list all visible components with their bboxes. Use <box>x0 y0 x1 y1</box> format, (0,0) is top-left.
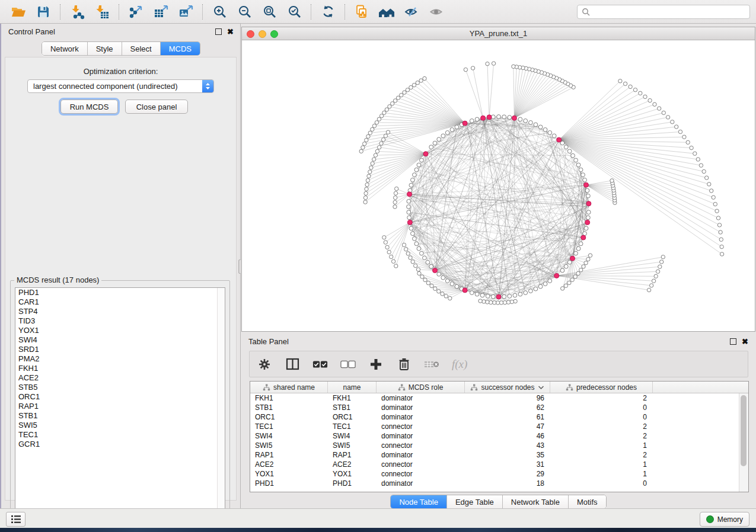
graph-node[interactable] <box>518 117 522 121</box>
refresh-button[interactable] <box>315 2 340 21</box>
graph-node[interactable] <box>693 152 697 155</box>
mcds-result-item[interactable]: STP4 <box>15 307 225 316</box>
graph-dominator-node[interactable] <box>554 273 559 278</box>
import-table-button[interactable] <box>90 2 114 21</box>
graph-node[interactable] <box>414 168 419 172</box>
graph-node[interactable] <box>437 272 441 276</box>
mcds-result-item[interactable]: SWI5 <box>15 421 225 430</box>
graph-node[interactable] <box>705 176 709 180</box>
graph-node[interactable] <box>719 238 723 241</box>
graph-node[interactable] <box>381 138 385 142</box>
graph-node[interactable] <box>548 279 552 283</box>
graph-node[interactable] <box>560 141 564 145</box>
mcds-result-list[interactable]: PHD1CAR1STP4TID3YOX1SWI4SRD1PMA2FKH1ACE2… <box>15 287 225 517</box>
import-network-button[interactable] <box>65 2 90 21</box>
graph-dominator-node[interactable] <box>433 268 438 273</box>
graph-node[interactable] <box>407 205 411 209</box>
graph-node[interactable] <box>379 114 383 118</box>
graph-node[interactable] <box>416 81 419 85</box>
graph-node[interactable] <box>713 202 717 206</box>
table-row[interactable]: STB1STB1dominator620 <box>250 403 748 412</box>
graph-node[interactable] <box>409 183 413 187</box>
graph-node[interactable] <box>445 279 449 283</box>
graph-node[interactable] <box>470 119 474 123</box>
graph-node[interactable] <box>576 271 580 275</box>
graph-node[interactable] <box>411 232 415 236</box>
graph-dominator-node[interactable] <box>584 182 589 187</box>
mcds-result-item[interactable]: YOX1 <box>15 326 225 335</box>
table-row[interactable]: ACE2ACE2connector311 <box>250 460 748 469</box>
graph-node[interactable] <box>576 163 580 167</box>
graph-node[interactable] <box>375 149 379 153</box>
column-header-mcds-role[interactable]: MCDS role <box>377 382 465 393</box>
graph-node[interactable] <box>423 278 427 281</box>
mcds-result-item[interactable]: RAP1 <box>15 402 225 411</box>
graph-node[interactable] <box>409 85 413 89</box>
mcds-result-item[interactable]: STB1 <box>15 411 225 421</box>
graph-node[interactable] <box>411 178 415 182</box>
graph-node[interactable] <box>369 166 373 169</box>
graph-node[interactable] <box>441 292 444 296</box>
graph-node[interactable] <box>426 281 430 285</box>
graph-node[interactable] <box>666 116 669 119</box>
graph-dominator-node[interactable] <box>423 152 428 156</box>
table-settings-button[interactable] <box>257 357 272 372</box>
mcds-result-item[interactable]: ORC1 <box>15 392 225 402</box>
graph-node[interactable] <box>366 178 369 182</box>
graph-node[interactable] <box>412 83 416 86</box>
add-column-button[interactable] <box>368 357 384 372</box>
graph-node[interactable] <box>385 245 389 249</box>
graph-node[interactable] <box>448 296 452 300</box>
graph-node[interactable] <box>493 301 496 305</box>
mcds-result-item[interactable]: TID3 <box>15 316 225 326</box>
toggle-columns-button[interactable] <box>285 357 300 372</box>
graph-node[interactable] <box>583 178 587 182</box>
graph-node[interactable] <box>359 149 363 153</box>
graph-node[interactable] <box>437 290 441 293</box>
close-panel-icon[interactable]: ✖ <box>227 29 234 34</box>
graph-node[interactable] <box>633 88 637 92</box>
mcds-result-item[interactable]: SRD1 <box>15 345 225 354</box>
table-row[interactable]: FKH1FKH1dominator962 <box>250 393 748 403</box>
graph-node[interactable] <box>658 107 661 110</box>
graph-node[interactable] <box>384 134 387 137</box>
graph-node[interactable] <box>377 146 381 149</box>
graph-node[interactable] <box>567 260 572 264</box>
graph-node[interactable] <box>382 236 386 239</box>
graph-node[interactable] <box>364 191 368 195</box>
graph-node[interactable] <box>543 128 547 132</box>
graph-node[interactable] <box>413 173 417 177</box>
graph-node[interactable] <box>409 256 412 259</box>
graph-node[interactable] <box>543 282 547 286</box>
graph-node[interactable] <box>455 284 459 289</box>
graph-node[interactable] <box>409 226 413 230</box>
select-all-button[interactable] <box>312 357 328 372</box>
mcds-result-item[interactable]: CAR1 <box>15 297 225 307</box>
zoom-fit-button[interactable] <box>257 2 282 21</box>
graph-node[interactable] <box>538 125 543 129</box>
graph-node[interactable] <box>538 284 543 289</box>
graph-node[interactable] <box>653 102 656 106</box>
table-row[interactable]: SWI5SWI5connector431 <box>250 441 748 450</box>
zoom-out-button[interactable] <box>232 2 257 21</box>
show-panels-button[interactable] <box>6 512 25 527</box>
graph-node[interactable] <box>650 284 653 287</box>
graph-node[interactable] <box>423 256 427 260</box>
graph-node[interactable] <box>712 196 715 199</box>
graph-node[interactable] <box>387 250 391 254</box>
close-panel-button[interactable]: Close panel <box>125 100 188 114</box>
graph-node[interactable] <box>394 191 397 195</box>
graph-node[interactable] <box>471 66 474 70</box>
tab-motifs[interactable]: Motifs <box>569 495 606 508</box>
tab-style[interactable]: Style <box>88 42 122 55</box>
graph-node[interactable] <box>518 292 522 296</box>
graph-node[interactable] <box>571 153 575 158</box>
graph-dominator-node[interactable] <box>487 115 492 120</box>
network-canvas[interactable] <box>242 40 755 331</box>
zoom-selected-button[interactable] <box>282 2 307 21</box>
graph-node[interactable] <box>445 131 449 135</box>
tab-select[interactable]: Select <box>122 42 161 55</box>
graph-node[interactable] <box>391 259 395 263</box>
graph-node[interactable] <box>647 288 650 291</box>
graph-node[interactable] <box>404 248 408 251</box>
